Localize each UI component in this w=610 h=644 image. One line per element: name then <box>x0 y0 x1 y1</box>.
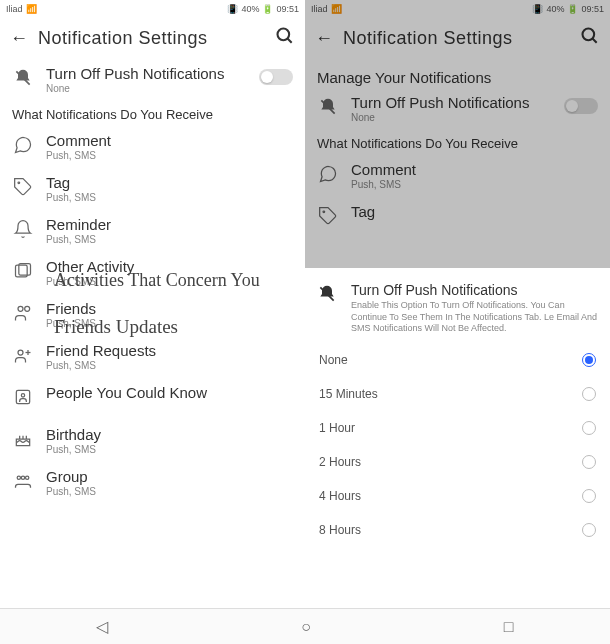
friend-request-icon <box>12 344 34 366</box>
item-title: Tag <box>351 203 598 221</box>
comment-icon <box>12 134 34 156</box>
page-title: Notification Settings <box>343 28 570 49</box>
time-label: 09:51 <box>276 4 299 14</box>
section-label: What Notifications Do You Receive <box>0 101 305 126</box>
list-item[interactable]: Comment Push, SMS <box>0 126 305 168</box>
sheet-title: Turn Off Push Notifications <box>351 282 598 298</box>
duration-option[interactable]: None <box>305 343 610 377</box>
option-label: 2 Hours <box>319 455 361 469</box>
push-toggle[interactable] <box>564 98 598 114</box>
item-title: Comment <box>351 161 598 179</box>
svg-point-6 <box>18 306 23 311</box>
carrier-label: Iliad <box>311 4 328 14</box>
duration-option[interactable]: 1 Hour <box>305 411 610 445</box>
battery-label: 40% <box>546 4 564 14</box>
duration-option[interactable]: 8 Hours <box>305 513 610 547</box>
item-sub: Push, SMS <box>46 234 293 245</box>
push-toggle[interactable] <box>259 69 293 85</box>
push-toggle-row[interactable]: Turn Off Push Notifications None <box>305 88 610 130</box>
svg-point-12 <box>21 394 24 397</box>
option-label: None <box>319 353 348 367</box>
group-icon <box>12 470 34 492</box>
radio-icon[interactable] <box>582 455 596 469</box>
options-sheet: Turn Off Push Notifications Enable This … <box>305 268 610 608</box>
bell-off-icon <box>317 96 339 118</box>
page-title: Notification Settings <box>38 28 265 49</box>
tag-icon <box>317 205 339 227</box>
duration-option[interactable]: 2 Hours <box>305 445 610 479</box>
section-label: What Notifications Do You Receive <box>305 130 610 155</box>
toggle-title: Turn Off Push Notifications <box>46 65 247 83</box>
toggle-title: Turn Off Push Notifications <box>351 94 552 112</box>
svg-point-18 <box>21 476 24 479</box>
item-sub: Push, SMS <box>46 360 293 371</box>
item-title: Birthday <box>46 426 293 444</box>
list-item[interactable]: Comment Push, SMS <box>305 155 610 197</box>
status-bar: Iliad 📶 📳 40% 🔋 09:51 <box>0 0 305 18</box>
svg-point-0 <box>278 29 290 41</box>
svg-point-19 <box>583 29 595 41</box>
manage-heading: Manage Your Notifications <box>305 59 610 88</box>
svg-line-20 <box>593 39 597 43</box>
signal-icon: 📶 <box>26 4 37 14</box>
item-title: Tag <box>46 174 293 192</box>
app-header: ← Notification Settings <box>0 18 305 59</box>
vibrate-icon: 📳 <box>532 4 543 14</box>
list-item[interactable]: Birthday Push, SMS <box>0 420 305 462</box>
back-icon[interactable]: ← <box>10 28 28 49</box>
toggle-sub: None <box>351 112 552 123</box>
option-label: 1 Hour <box>319 421 355 435</box>
overlay-heading: Friends Updates <box>42 316 190 338</box>
list-item[interactable]: Friend Requests Push, SMS <box>0 336 305 378</box>
search-icon[interactable] <box>580 26 600 51</box>
svg-point-8 <box>18 350 23 355</box>
friends-icon <box>12 302 34 324</box>
app-header: ← Notification Settings <box>305 18 610 59</box>
vibrate-icon: 📳 <box>227 4 238 14</box>
svg-point-16 <box>17 476 20 479</box>
status-bar: Iliad 📶 📳 40% 🔋 09:51 <box>305 0 610 18</box>
list-item[interactable]: Group Push, SMS <box>0 462 305 504</box>
list-item[interactable]: People You Could Know <box>0 378 305 420</box>
tag-icon <box>12 176 34 198</box>
list-item[interactable]: Tag Push, SMS <box>0 168 305 210</box>
overlay-heading: Activities That Concern You <box>42 270 272 291</box>
option-label: 8 Hours <box>319 523 361 537</box>
option-label: 15 Minutes <box>319 387 378 401</box>
sheet-desc: Enable This Option To Turn Off Notificat… <box>351 300 598 335</box>
back-icon[interactable]: ← <box>315 28 333 49</box>
radio-icon[interactable] <box>582 489 596 503</box>
list-item[interactable]: Tag <box>305 197 610 239</box>
nav-home-icon[interactable]: ○ <box>301 618 311 636</box>
item-title: Reminder <box>46 216 293 234</box>
item-sub: Push, SMS <box>46 192 293 203</box>
radio-icon[interactable] <box>582 523 596 537</box>
push-toggle-row[interactable]: Turn Off Push Notifications None <box>0 59 305 101</box>
search-icon[interactable] <box>275 26 295 51</box>
signal-icon: 📶 <box>331 4 342 14</box>
option-label: 4 Hours <box>319 489 361 503</box>
list-item[interactable]: Reminder Push, SMS <box>0 210 305 252</box>
bell-icon <box>12 218 34 240</box>
time-label: 09:51 <box>581 4 604 14</box>
navigation-bar: ◁ ○ □ <box>0 608 610 644</box>
item-sub: Push, SMS <box>46 150 293 161</box>
nav-recent-icon[interactable]: □ <box>504 618 514 636</box>
nav-back-icon[interactable]: ◁ <box>96 617 108 636</box>
battery-label: 40% <box>241 4 259 14</box>
radio-icon[interactable] <box>582 387 596 401</box>
birthday-icon <box>12 428 34 450</box>
radio-selected-icon[interactable] <box>582 353 596 367</box>
svg-line-1 <box>288 39 292 43</box>
duration-option[interactable]: 15 Minutes <box>305 377 610 411</box>
activity-icon <box>12 260 34 282</box>
item-title: Friend Requests <box>46 342 293 360</box>
battery-icon: 🔋 <box>567 4 578 14</box>
bell-off-icon <box>317 284 339 335</box>
svg-point-22 <box>323 211 325 213</box>
duration-option[interactable]: 4 Hours <box>305 479 610 513</box>
toggle-sub: None <box>46 83 247 94</box>
svg-point-3 <box>18 182 20 184</box>
people-icon <box>12 386 34 408</box>
radio-icon[interactable] <box>582 421 596 435</box>
